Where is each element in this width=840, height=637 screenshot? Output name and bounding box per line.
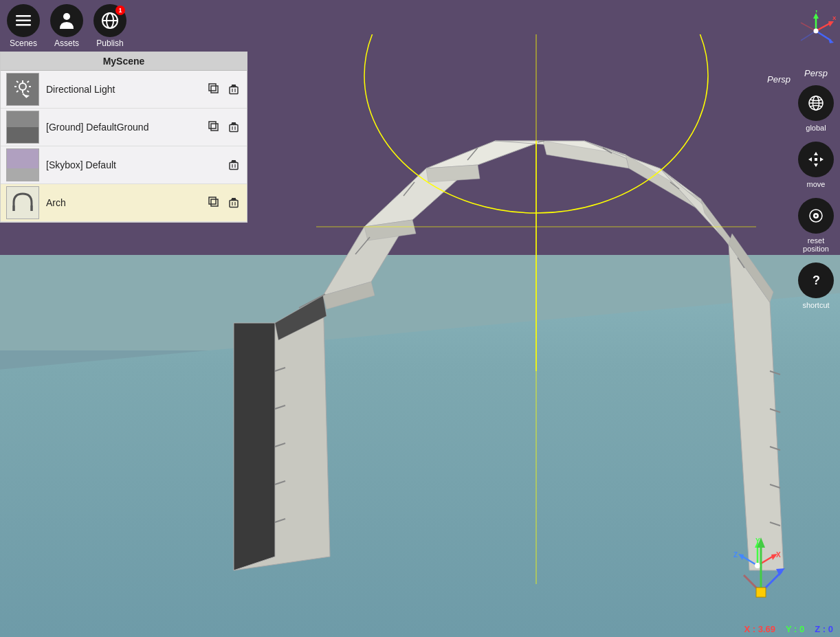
svg-rect-77: [230, 87, 238, 94]
skybox-actions: [226, 157, 241, 172]
global-button[interactable]: [798, 85, 834, 121]
svg-rect-88: [232, 160, 236, 161]
coord-z: Z : 0: [815, 624, 833, 634]
arch-duplicate-btn[interactable]: [207, 195, 222, 210]
persp-label: Persp: [767, 74, 791, 85]
reset-position-button[interactable]: [798, 198, 834, 234]
scene-item-directional-light[interactable]: Directional Light: [1, 71, 247, 109]
svg-rect-80: [211, 124, 218, 131]
shortcut-label: shortcut: [802, 301, 829, 309]
scenes-icon: [7, 4, 40, 37]
scenes-button[interactable]: Scenes: [7, 4, 40, 48]
move-button[interactable]: [798, 142, 834, 177]
reset-position-label: resetposition: [803, 236, 829, 253]
svg-rect-83: [232, 122, 236, 124]
arch-thumb: [6, 186, 39, 219]
scenes-label: Scenes: [10, 38, 37, 48]
directional-light-name: Directional Light: [46, 84, 207, 95]
svg-line-107: [801, 23, 816, 31]
coords-bar: X : 3.69 Y : 0 Z : 0: [738, 621, 840, 637]
persp-view-label: Persp: [804, 68, 828, 78]
assets-button[interactable]: Assets: [50, 4, 83, 48]
assets-icon: [50, 4, 83, 37]
toolbar: Scenes Assets 1 Publish: [0, 0, 247, 52]
svg-rect-94: [211, 199, 218, 206]
skybox-delete-btn[interactable]: [226, 157, 241, 172]
svg-marker-115: [814, 152, 818, 155]
right-panel: X Y Persp global move: [792, 0, 840, 637]
assets-label: Assets: [54, 38, 79, 48]
publish-icon: 1: [93, 4, 126, 37]
svg-marker-7: [426, 141, 543, 168]
skybox-thumb: [6, 148, 39, 181]
svg-rect-81: [209, 122, 216, 128]
directional-light-duplicate-btn[interactable]: [207, 82, 222, 97]
svg-text:?: ?: [813, 273, 820, 287]
svg-rect-84: [230, 125, 238, 132]
coord-y: Y : 0: [786, 624, 804, 634]
svg-line-108: [801, 31, 816, 41]
svg-line-68: [27, 81, 30, 82]
move-label: move: [807, 180, 826, 188]
publish-badge: 1: [115, 5, 125, 15]
directional-light-actions: [207, 82, 241, 97]
ground-delete-btn[interactable]: [226, 120, 241, 135]
svg-marker-102: [813, 13, 819, 19]
svg-marker-118: [820, 157, 824, 161]
scene-panel: MyScene Directional Light: [0, 52, 247, 223]
scene-item-skybox[interactable]: [Skybox] Default: [1, 146, 247, 184]
svg-point-122: [815, 215, 817, 217]
ground-thumb: [6, 111, 39, 144]
svg-line-67: [16, 81, 19, 82]
directional-light-delete-btn[interactable]: [226, 82, 241, 97]
global-label: global: [806, 124, 826, 132]
arch-actions: [207, 195, 241, 210]
directional-light-thumb: [6, 73, 39, 106]
svg-text:Y: Y: [815, 10, 819, 14]
svg-rect-73: [211, 86, 218, 93]
svg-marker-50: [757, 537, 765, 548]
svg-marker-117: [808, 157, 812, 161]
svg-rect-56: [16, 19, 31, 21]
arch-model: [192, 34, 811, 584]
scene-item-arch[interactable]: Arch: [1, 184, 247, 222]
svg-point-62: [19, 83, 26, 90]
svg-text:X: X: [832, 15, 837, 21]
svg-marker-15: [729, 244, 784, 570]
ground-actions: [207, 120, 241, 135]
svg-rect-74: [209, 84, 216, 91]
svg-rect-97: [232, 198, 236, 199]
svg-rect-76: [232, 85, 236, 86]
transform-gizmo[interactable]: [733, 530, 788, 599]
svg-point-109: [814, 29, 819, 34]
svg-rect-95: [209, 197, 216, 204]
scene-panel-header: MyScene: [1, 52, 247, 71]
svg-rect-55: [16, 15, 31, 17]
svg-line-69: [16, 91, 19, 92]
publish-button[interactable]: 1 Publish: [93, 4, 126, 48]
svg-marker-106: [828, 38, 834, 43]
ground-duplicate-btn[interactable]: [207, 120, 222, 135]
svg-line-70: [27, 91, 30, 92]
svg-rect-54: [756, 588, 766, 597]
shortcut-button[interactable]: ?: [798, 262, 834, 298]
viewport-gizmo: X Y: [795, 10, 837, 54]
svg-rect-98: [230, 201, 238, 208]
svg-marker-116: [814, 164, 818, 167]
svg-rect-57: [16, 24, 31, 26]
svg-line-103: [816, 23, 831, 31]
ground-name: [Ground] DefaultGround: [46, 122, 207, 133]
skybox-name: [Skybox] Default: [46, 159, 226, 170]
coord-x: X : 3.69: [744, 624, 776, 634]
svg-rect-119: [815, 158, 817, 161]
scene-item-ground[interactable]: [Ground] DefaultGround: [1, 109, 247, 146]
svg-marker-104: [828, 21, 834, 27]
arch-delete-btn[interactable]: [226, 195, 241, 210]
svg-point-58: [63, 13, 70, 20]
svg-marker-1: [234, 323, 275, 570]
arch-name: Arch: [46, 197, 207, 208]
svg-rect-89: [230, 163, 238, 170]
publish-label: Publish: [96, 38, 123, 48]
